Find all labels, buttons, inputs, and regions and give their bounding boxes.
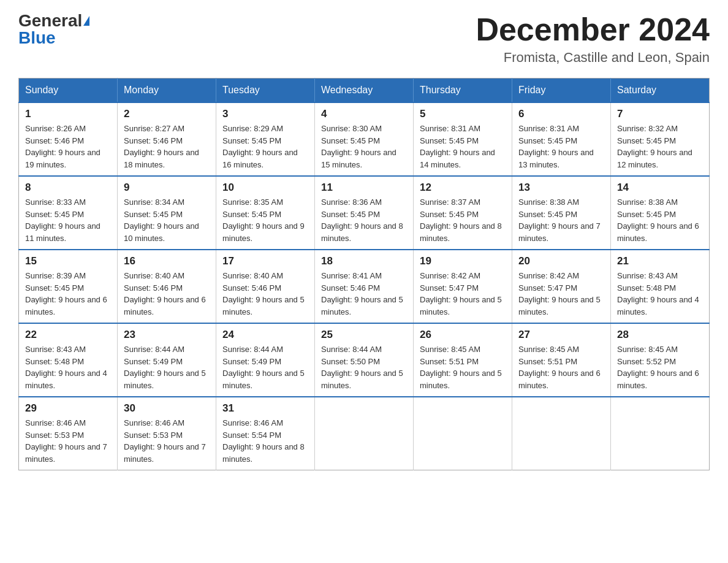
month-year-title: December 2024 [476,12,710,47]
day-sun-info: Sunrise: 8:35 AMSunset: 5:45 PMDaylight:… [222,196,308,244]
calendar-cell: 28Sunrise: 8:45 AMSunset: 5:52 PMDayligh… [611,323,710,397]
day-sun-info: Sunrise: 8:40 AMSunset: 5:46 PMDaylight:… [222,270,308,318]
day-number: 12 [420,182,506,194]
calendar-cell: 8Sunrise: 8:33 AMSunset: 5:45 PMDaylight… [19,176,118,250]
day-sun-info: Sunrise: 8:44 AMSunset: 5:50 PMDaylight:… [321,343,407,391]
calendar-cell: 5Sunrise: 8:31 AMSunset: 5:45 PMDaylight… [414,102,512,176]
day-number: 23 [124,329,210,341]
day-number: 31 [222,402,308,415]
logo-blue-text: Blue [18,29,56,47]
calendar-cell [512,397,611,470]
logo-general-text: General [18,12,82,29]
calendar-cell: 26Sunrise: 8:45 AMSunset: 5:51 PMDayligh… [414,323,512,397]
week-row-4: 22Sunrise: 8:43 AMSunset: 5:48 PMDayligh… [19,323,710,397]
day-sun-info: Sunrise: 8:26 AMSunset: 5:46 PMDaylight:… [25,123,111,170]
day-number: 20 [518,255,604,267]
day-number: 2 [124,108,210,120]
day-number: 5 [420,108,506,120]
calendar-cell: 31Sunrise: 8:46 AMSunset: 5:54 PMDayligh… [216,397,315,470]
day-sun-info: Sunrise: 8:45 AMSunset: 5:51 PMDaylight:… [518,343,604,391]
calendar-cell: 7Sunrise: 8:32 AMSunset: 5:45 PMDaylight… [611,102,710,176]
calendar-cell: 27Sunrise: 8:45 AMSunset: 5:51 PMDayligh… [512,323,611,397]
day-number: 18 [321,255,407,267]
day-sun-info: Sunrise: 8:33 AMSunset: 5:45 PMDaylight:… [25,196,111,244]
day-number: 21 [617,255,703,267]
logo-triangle-icon [83,16,89,26]
weekday-sunday: Sunday [19,79,118,103]
day-sun-info: Sunrise: 8:43 AMSunset: 5:48 PMDaylight:… [617,270,703,318]
day-sun-info: Sunrise: 8:41 AMSunset: 5:46 PMDaylight:… [321,270,407,318]
day-number: 10 [222,182,308,194]
day-number: 11 [321,182,407,194]
day-sun-info: Sunrise: 8:44 AMSunset: 5:49 PMDaylight:… [222,343,308,391]
calendar-cell: 16Sunrise: 8:40 AMSunset: 5:46 PMDayligh… [118,250,216,323]
calendar-cell: 25Sunrise: 8:44 AMSunset: 5:50 PMDayligh… [315,323,414,397]
calendar-cell [611,397,710,470]
day-sun-info: Sunrise: 8:46 AMSunset: 5:53 PMDaylight:… [25,417,111,465]
day-sun-info: Sunrise: 8:46 AMSunset: 5:53 PMDaylight:… [124,417,210,465]
calendar-cell: 1Sunrise: 8:26 AMSunset: 5:46 PMDaylight… [19,102,118,176]
day-sun-info: Sunrise: 8:43 AMSunset: 5:48 PMDaylight:… [25,343,111,391]
weekday-monday: Monday [118,79,216,103]
calendar-cell [315,397,414,470]
day-number: 13 [518,182,604,194]
day-sun-info: Sunrise: 8:38 AMSunset: 5:45 PMDaylight:… [518,196,604,244]
header: General Blue December 2024 Fromista, Cas… [18,12,710,66]
day-number: 26 [420,329,506,341]
calendar-cell: 29Sunrise: 8:46 AMSunset: 5:53 PMDayligh… [19,397,118,470]
calendar-cell: 4Sunrise: 8:30 AMSunset: 5:45 PMDaylight… [315,102,414,176]
day-number: 24 [222,329,308,341]
weekday-thursday: Thursday [414,79,512,103]
day-number: 22 [25,329,111,341]
day-sun-info: Sunrise: 8:32 AMSunset: 5:45 PMDaylight:… [617,123,703,170]
weekday-header-row: SundayMondayTuesdayWednesdayThursdayFrid… [19,79,710,103]
day-number: 25 [321,329,407,341]
calendar-cell: 11Sunrise: 8:36 AMSunset: 5:45 PMDayligh… [315,176,414,250]
calendar-cell: 21Sunrise: 8:43 AMSunset: 5:48 PMDayligh… [611,250,710,323]
day-number: 27 [518,329,604,341]
location-subtitle: Fromista, Castille and Leon, Spain [476,50,710,66]
calendar-cell: 23Sunrise: 8:44 AMSunset: 5:49 PMDayligh… [118,323,216,397]
day-sun-info: Sunrise: 8:31 AMSunset: 5:45 PMDaylight:… [420,123,506,170]
title-area: December 2024 Fromista, Castille and Leo… [476,12,710,66]
day-number: 16 [124,255,210,267]
calendar-cell: 22Sunrise: 8:43 AMSunset: 5:48 PMDayligh… [19,323,118,397]
day-sun-info: Sunrise: 8:39 AMSunset: 5:45 PMDaylight:… [25,270,111,318]
calendar-cell: 13Sunrise: 8:38 AMSunset: 5:45 PMDayligh… [512,176,611,250]
calendar-cell: 20Sunrise: 8:42 AMSunset: 5:47 PMDayligh… [512,250,611,323]
week-row-5: 29Sunrise: 8:46 AMSunset: 5:53 PMDayligh… [19,397,710,470]
day-sun-info: Sunrise: 8:29 AMSunset: 5:45 PMDaylight:… [222,123,308,170]
day-number: 1 [25,108,111,120]
day-sun-info: Sunrise: 8:30 AMSunset: 5:45 PMDaylight:… [321,123,407,170]
calendar-cell [414,397,512,470]
day-sun-info: Sunrise: 8:27 AMSunset: 5:46 PMDaylight:… [124,123,210,170]
calendar-cell: 12Sunrise: 8:37 AMSunset: 5:45 PMDayligh… [414,176,512,250]
weekday-wednesday: Wednesday [315,79,414,103]
week-row-1: 1Sunrise: 8:26 AMSunset: 5:46 PMDaylight… [19,102,710,176]
weekday-tuesday: Tuesday [216,79,315,103]
day-number: 14 [617,182,703,194]
day-number: 9 [124,182,210,194]
calendar-cell: 17Sunrise: 8:40 AMSunset: 5:46 PMDayligh… [216,250,315,323]
calendar-cell: 3Sunrise: 8:29 AMSunset: 5:45 PMDaylight… [216,102,315,176]
calendar-cell: 15Sunrise: 8:39 AMSunset: 5:45 PMDayligh… [19,250,118,323]
weekday-saturday: Saturday [611,79,710,103]
week-row-3: 15Sunrise: 8:39 AMSunset: 5:45 PMDayligh… [19,250,710,323]
day-sun-info: Sunrise: 8:46 AMSunset: 5:54 PMDaylight:… [222,417,308,465]
day-number: 7 [617,108,703,120]
weekday-friday: Friday [512,79,611,103]
week-row-2: 8Sunrise: 8:33 AMSunset: 5:45 PMDaylight… [19,176,710,250]
day-sun-info: Sunrise: 8:42 AMSunset: 5:47 PMDaylight:… [518,270,604,318]
calendar-cell: 30Sunrise: 8:46 AMSunset: 5:53 PMDayligh… [118,397,216,470]
calendar-cell: 24Sunrise: 8:44 AMSunset: 5:49 PMDayligh… [216,323,315,397]
calendar-cell: 14Sunrise: 8:38 AMSunset: 5:45 PMDayligh… [611,176,710,250]
day-number: 30 [124,402,210,415]
day-number: 29 [25,402,111,415]
day-sun-info: Sunrise: 8:40 AMSunset: 5:46 PMDaylight:… [124,270,210,318]
day-sun-info: Sunrise: 8:36 AMSunset: 5:45 PMDaylight:… [321,196,407,244]
calendar-table: SundayMondayTuesdayWednesdayThursdayFrid… [18,78,710,470]
day-sun-info: Sunrise: 8:44 AMSunset: 5:49 PMDaylight:… [124,343,210,391]
day-number: 28 [617,329,703,341]
calendar-cell: 19Sunrise: 8:42 AMSunset: 5:47 PMDayligh… [414,250,512,323]
day-number: 8 [25,182,111,194]
